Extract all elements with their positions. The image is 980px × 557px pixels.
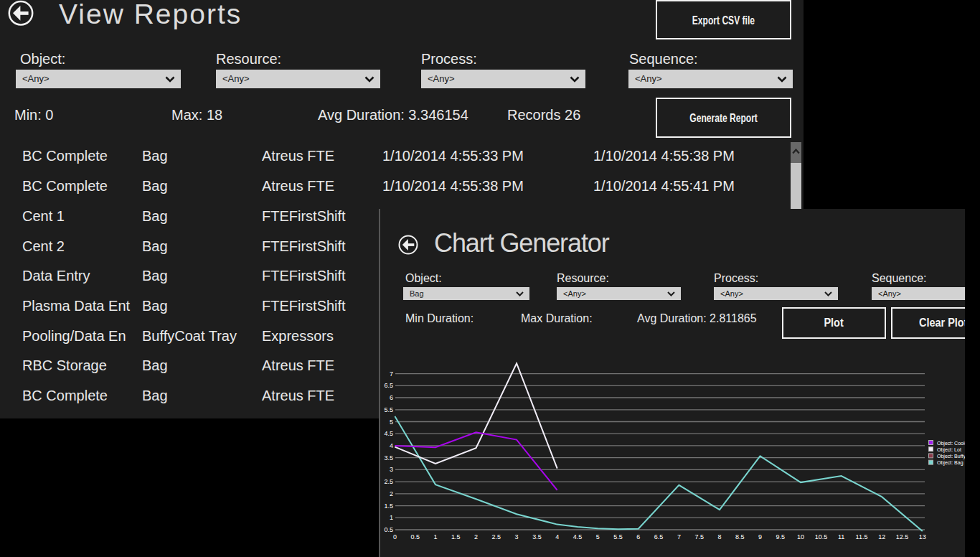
svg-text:Object: BuffyCoat: Object: BuffyCoat	[937, 454, 965, 459]
svg-text:3: 3	[390, 466, 393, 473]
svg-text:6: 6	[636, 533, 640, 540]
svg-text:5: 5	[596, 533, 600, 540]
svg-text:7.5: 7.5	[694, 533, 704, 540]
svg-text:4: 4	[390, 442, 393, 449]
svg-text:0.5: 0.5	[410, 533, 420, 540]
svg-text:13: 13	[919, 533, 926, 540]
svg-text:10.5: 10.5	[815, 533, 828, 540]
svg-text:1.5: 1.5	[384, 502, 393, 510]
svg-text:7: 7	[390, 370, 393, 378]
svg-text:9: 9	[758, 533, 762, 540]
svg-text:1: 1	[433, 533, 437, 540]
svg-text:7: 7	[677, 533, 681, 540]
svg-text:2.5: 2.5	[384, 478, 393, 485]
svg-text:Object: Lot: Object: Lot	[937, 447, 961, 453]
svg-text:4.5: 4.5	[573, 533, 583, 540]
svg-text:5.5: 5.5	[613, 533, 623, 540]
svg-text:5.5: 5.5	[384, 406, 393, 413]
svg-text:9.5: 9.5	[776, 533, 786, 540]
svg-text:12.5: 12.5	[896, 533, 909, 540]
svg-text:1.5: 1.5	[451, 533, 461, 540]
svg-text:Object: Bag: Object: Bag	[937, 460, 963, 466]
svg-text:4: 4	[555, 533, 559, 540]
svg-text:3.5: 3.5	[532, 533, 542, 540]
svg-text:12: 12	[878, 533, 885, 540]
svg-text:4.5: 4.5	[384, 430, 393, 437]
svg-text:Object: Cooler: Object: Cooler	[937, 441, 965, 446]
svg-text:3.5: 3.5	[384, 454, 393, 462]
svg-text:6: 6	[390, 394, 393, 401]
svg-text:11.5: 11.5	[856, 533, 868, 540]
svg-text:2.5: 2.5	[492, 533, 501, 540]
svg-text:0.5: 0.5	[384, 526, 393, 533]
svg-text:0: 0	[393, 533, 397, 540]
svg-text:11: 11	[838, 533, 844, 540]
svg-text:10: 10	[797, 533, 804, 540]
svg-text:8.5: 8.5	[735, 533, 745, 540]
svg-text:2: 2	[390, 490, 393, 497]
svg-text:1: 1	[390, 514, 393, 521]
svg-text:6.5: 6.5	[384, 382, 393, 389]
svg-text:5: 5	[390, 418, 393, 426]
svg-text:3: 3	[515, 533, 519, 540]
svg-text:8: 8	[717, 533, 721, 540]
svg-text:2: 2	[474, 533, 478, 540]
svg-text:6.5: 6.5	[654, 533, 664, 540]
